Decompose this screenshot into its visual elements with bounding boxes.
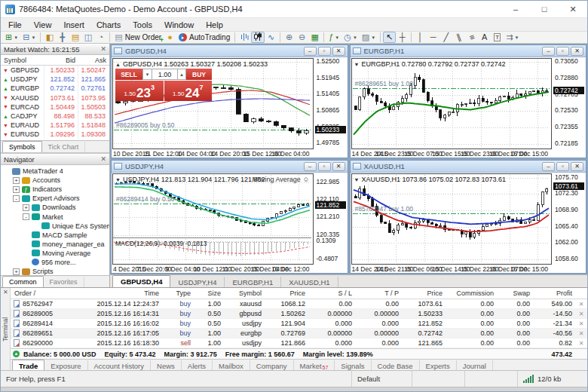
chart-tab-xauusd-h1[interactable]: XAUUSD,H1 [281,277,338,287]
terminal-tab-signals[interactable]: Signals [335,360,371,371]
crosshair-button[interactable]: ┼ [396,32,409,43]
chart-titlebar[interactable]: EURGBP,H1 – ▫ ✕ [351,45,586,57]
column-header-bid[interactable]: Bid [44,57,78,64]
chart-plot[interactable]: ▼XAUUSD,H1 1073.86 1075.02 1072.83 1073.… [351,173,553,265]
templates-button[interactable]: ▨▼ [360,32,378,43]
text-label-button[interactable]: T [491,32,504,43]
market-watch-row[interactable]: ▼XAUUSD1073.611073.95 [1,93,109,103]
collapse-arrow-icon[interactable]: ▼ [115,177,121,182]
tree-item-956-more-[interactable]: 956 more... [3,258,109,267]
indicators-button[interactable]: ƒ▼ [326,32,341,43]
close-position-button[interactable]: ✕ [576,311,586,317]
new-chart-button[interactable]: ⊞▼ [3,32,20,43]
arrows-button[interactable]: ⇉▼ [504,32,521,43]
menu-help[interactable]: Help [200,18,229,31]
vertical-line-button[interactable]: │ [414,32,427,43]
menu-tools[interactable]: Tools [127,18,158,31]
chart-close-button[interactable]: ✕ [332,162,345,171]
text-button[interactable]: A [478,32,491,43]
column-header-price[interactable]: Price [403,289,446,297]
tab-common[interactable]: Common [2,276,44,287]
market-watch-row[interactable]: ▼GBPUSD1.502331.50247 [1,66,109,75]
close-icon[interactable]: ✕ [3,289,8,296]
tree-item-indicators[interactable]: +ƒIndicators [3,185,109,194]
equidistant-channel-button[interactable]: ∥ [452,32,465,43]
tree-item-moving-average[interactable]: Moving Average [3,249,109,258]
chart-close-button[interactable]: ✕ [571,162,583,171]
terminal-tab-news[interactable]: News [151,360,182,371]
menu-view[interactable]: View [28,18,58,31]
maximize-button[interactable]: □ [530,1,559,17]
menu-charts[interactable]: Charts [90,18,127,31]
chart-titlebar[interactable]: XAUUSD,H1 – ▫ ✕ [351,161,586,173]
menu-window[interactable]: Window [158,18,200,31]
tab-tick-chart[interactable]: Tick Chart [42,142,86,152]
zoom-out-button[interactable]: ⊖ [296,32,308,43]
buy-price-button[interactable]: 1.50247 [164,81,213,101]
collapse-arrow-icon[interactable]: ▼ [354,62,360,67]
chart-titlebar[interactable]: USDJPY,H4 – ▫ ✕ [112,161,348,173]
chart-plot[interactable]: MACD(12,26,9) -0.0039 -0.1813▼USDJPY,H4 … [112,173,314,265]
sell-button[interactable]: SELL [115,69,142,80]
terminal-tab-account-history[interactable]: Account History [88,360,152,371]
terminal-tab-mailbox[interactable]: Mailbox [213,360,250,371]
tree-item-expert-advisors[interactable]: -Expert Advisors [3,194,109,203]
tree-item-accounts[interactable]: +Accounts [3,176,109,185]
chart-body[interactable]: ▼EURGBP,H1 0.72780 0.72792 0.72737 0.727… [351,57,586,158]
column-header-tp[interactable]: T / P [356,289,403,297]
terminal-tab-exposure[interactable]: Exposure [44,360,87,371]
column-header-time[interactable]: Time [71,289,163,297]
close-icon[interactable]: ✕ [100,46,106,53]
collapse-arrow-icon[interactable]: ▲ [115,62,121,67]
market-watch-row[interactable]: ▲EURGBP0.727420.72761 [1,84,109,93]
chart-plot[interactable]: ▲GBPUSD,H4 1.50263 1.50327 1.50208 1.502… [112,58,314,149]
zoom-in-button[interactable]: ⊕ [283,32,296,43]
chart-minimize-button[interactable]: – [542,162,555,171]
order-row[interactable]: 862896512015.12.16 16:17:05buy1.00eurgbp… [11,329,587,338]
tile-windows-button[interactable]: ▦ [308,32,321,43]
chart-tab-gbpusd-h4[interactable]: GBPUSD,H4 [112,275,170,287]
tree-item-money-manager-ea[interactable]: money_manager_ea [3,240,109,249]
column-header-price[interactable]: Price [265,289,309,297]
close-button[interactable]: ✕ [559,1,587,17]
volume-spinner[interactable]: ▲ [177,69,186,80]
chart-body[interactable]: ▼XAUUSD,H1 1073.86 1075.02 1072.83 1073.… [351,173,586,273]
chart-body[interactable]: ▲GBPUSD,H4 1.50263 1.50327 1.50208 1.502… [112,57,348,158]
tree-item-scripts[interactable]: +Scripts [3,267,109,275]
terminal-tab-experts[interactable]: Experts [420,360,457,371]
chart-minimize-button[interactable]: – [304,162,317,171]
volume-input[interactable]: 1.00 [152,69,177,80]
market-watch-row[interactable]: ▼EURCAD1.504491.50503 [1,103,109,112]
chart-minimize-button[interactable]: – [542,47,555,56]
close-position-button[interactable]: ✕ [576,340,586,347]
column-header-ask[interactable]: Ask [78,57,109,64]
chart-close-button[interactable]: ✕ [332,47,345,56]
navigator-toggle-button[interactable]: ▤ [69,32,81,43]
chart-bars-button[interactable] [237,32,251,43]
terminal-tab-trade[interactable]: Trade [12,360,44,371]
close-icon[interactable]: ✕ [100,156,106,163]
chart-tab-usdjpy-h4[interactable]: USDJPY,H4 [170,277,225,287]
autotrading-button[interactable]: AutoTrading [176,32,232,43]
expand-icon[interactable]: + [13,186,20,193]
minimize-button[interactable]: – [501,1,530,17]
column-header-sl[interactable]: S / L [309,289,356,297]
collapse-icon[interactable]: - [13,195,20,202]
column-header-symbol[interactable]: Symbol [225,289,265,297]
chart-candles-button[interactable] [251,32,265,43]
column-header-type[interactable]: Type [163,289,194,297]
expand-icon[interactable]: + [23,204,29,211]
chart-plot[interactable]: ▼EURGBP,H1 0.72780 0.72792 0.72737 0.727… [351,58,553,149]
new-order-button[interactable]: ▤+New Order [112,32,164,43]
chart-restore-button[interactable]: ▫ [318,47,331,56]
order-row[interactable]: 857629472015.12.14 12:24:37buy1.00xauusd… [11,299,587,309]
column-header-swap[interactable]: Swap [498,289,534,297]
column-header-size[interactable]: Size [194,289,225,297]
buy-button[interactable]: BUY [186,69,212,80]
terminal-tab-company[interactable]: Company [250,360,294,371]
chart-tab-eurgbp-h1[interactable]: EURGBP,H1 [225,277,281,287]
close-position-button[interactable]: ✕ [576,320,586,327]
cursor-button[interactable]: ↖ [383,32,396,43]
strategy-tester-button[interactable]: ◔ [94,32,107,43]
market-watch-row[interactable]: ▲USDJPY121.852121.865 [1,75,109,84]
